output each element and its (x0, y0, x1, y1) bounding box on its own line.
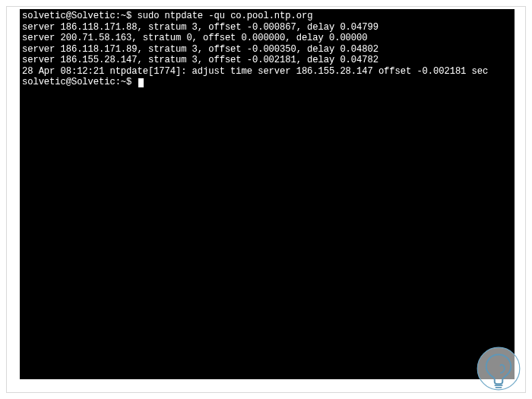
page-frame: solvetic@Solvetic:~$ sudo ntpdate -qu co… (6, 6, 526, 393)
output-line: 28 Apr 08:12:21 ntpdate[1774]: adjust ti… (22, 66, 512, 78)
output-line: server 186.118.171.89, stratum 3, offset… (22, 44, 512, 55)
terminal-window[interactable]: solvetic@Solvetic:~$ sudo ntpdate -qu co… (20, 9, 515, 379)
prompt-line: solvetic@Solvetic:~$ sudo ntpdate -qu co… (22, 11, 512, 22)
cursor-block (138, 78, 144, 87)
prompt-separator: :~$ (116, 11, 132, 21)
output-line: server 186.118.171.88, stratum 3, offset… (22, 22, 512, 33)
entered-command: sudo ntpdate -qu co.pool.ntp.org (138, 11, 313, 21)
prompt-separator: :~$ (116, 77, 132, 87)
output-line: server 186.155.28.147, stratum 3, offset… (22, 55, 512, 66)
prompt-user-host: solvetic@Solvetic (22, 11, 116, 21)
prompt-user-host: solvetic@Solvetic (22, 77, 116, 87)
output-line: server 200.71.58.163, stratum 0, offset … (22, 33, 512, 44)
prompt-line[interactable]: solvetic@Solvetic:~$ (22, 77, 512, 88)
